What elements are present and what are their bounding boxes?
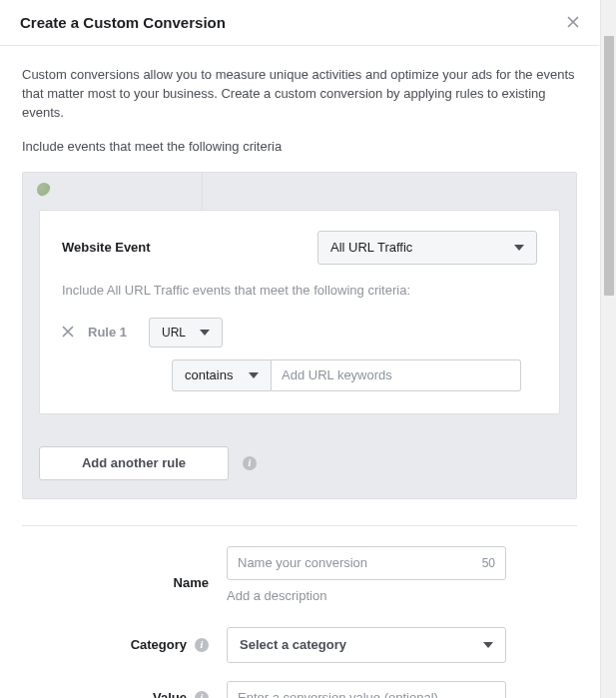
include-criteria-label: Include events that meet the following c…: [22, 139, 577, 154]
dialog-title: Create a Custom Conversion: [20, 14, 226, 31]
value-input[interactable]: [227, 681, 506, 698]
info-icon[interactable]: i: [243, 456, 257, 470]
scrollbar-thumb[interactable]: [604, 36, 614, 296]
remove-rule-icon[interactable]: [62, 325, 74, 341]
name-char-count: 50: [482, 556, 495, 570]
name-input[interactable]: [238, 555, 482, 570]
category-placeholder: Select a category: [240, 637, 346, 652]
rule-operator-select[interactable]: contains: [172, 359, 272, 391]
scrollbar[interactable]: [600, 0, 616, 698]
name-label: Name: [22, 575, 227, 590]
chevron-down-icon: [514, 245, 524, 251]
info-icon[interactable]: i: [195, 638, 209, 652]
rules-card: Website Event All URL Traffic Include Al…: [39, 210, 560, 414]
rule-label: Rule 1: [88, 325, 127, 340]
close-icon[interactable]: [567, 15, 579, 31]
rule-operator-value: contains: [185, 367, 233, 382]
category-label: Category i: [22, 637, 227, 652]
dialog-header: Create a Custom Conversion: [0, 0, 599, 46]
value-row: Value i: [22, 681, 577, 698]
fingerprint-icon: [37, 183, 51, 197]
chevron-down-icon: [200, 330, 210, 336]
name-row: Name 50 Add a description: [22, 546, 577, 619]
website-event-label: Website Event: [62, 240, 151, 255]
rule-row: Rule 1 URL: [62, 318, 537, 348]
dialog-body: Custom conversions allow you to measure …: [0, 46, 599, 698]
name-input-wrap: 50: [227, 546, 506, 580]
criteria-panel: Website Event All URL Traffic Include Al…: [22, 172, 577, 499]
intro-text: Custom conversions allow you to measure …: [22, 66, 577, 123]
website-event-row: Website Event All URL Traffic: [62, 231, 537, 265]
source-tabs: [23, 173, 576, 210]
category-row: Category i Select a category: [22, 627, 577, 663]
custom-conversion-dialog: Create a Custom Conversion Custom conver…: [0, 0, 599, 698]
add-rule-row: Add another rule i: [23, 434, 576, 498]
rule-param-value: URL: [162, 326, 186, 340]
rule-param-select[interactable]: URL: [149, 318, 223, 348]
chevron-down-icon: [249, 372, 259, 378]
category-select[interactable]: Select a category: [227, 627, 506, 663]
add-another-rule-button[interactable]: Add another rule: [39, 446, 229, 480]
info-icon[interactable]: i: [195, 691, 209, 698]
value-label: Value i: [22, 690, 227, 698]
website-event-select[interactable]: All URL Traffic: [317, 231, 537, 265]
include-subtext: Include All URL Traffic events that meet…: [62, 283, 537, 298]
divider: [22, 525, 577, 526]
rule-condition-row: contains: [172, 359, 537, 391]
rule-keywords-input[interactable]: [272, 359, 521, 391]
source-tab-pixel[interactable]: [23, 173, 203, 210]
website-event-value: All URL Traffic: [330, 240, 412, 255]
chevron-down-icon: [483, 642, 493, 648]
add-description-link[interactable]: Add a description: [227, 588, 326, 603]
